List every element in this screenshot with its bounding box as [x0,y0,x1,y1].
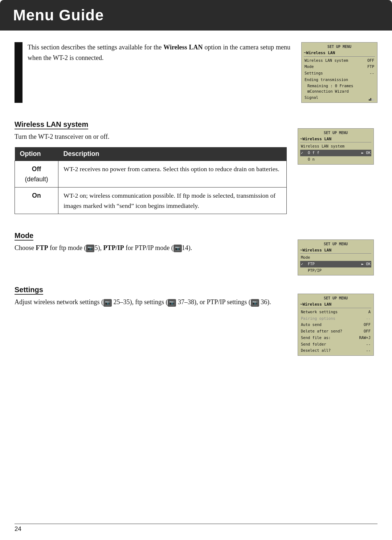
signal-bars [369,95,374,101]
settings-icon3: 📷 [251,299,259,307]
screen4-row-6: Deselect all?-- [300,347,371,354]
table-row: On WT-2 on; wireless communication possi… [15,187,287,214]
settings-icon1: 📷 [103,299,112,307]
mode-heading: Mode [15,231,33,241]
screen3-row-ptpip: PTP/IP [300,267,371,274]
camera-screen-3: SET UP MENU ~Wireless LAN Mode ✓ FTP ► O… [298,239,374,276]
intro-paragraph: This section describes the settings avai… [28,42,290,103]
settings-left: Settings Adjust wireless network setting… [15,279,287,356]
screen1-signal: Signal [304,94,375,101]
screen1-row-3: Ending transmission [304,77,375,83]
col2-header: Description [58,147,287,161]
screen4-row-5: Send folder-- [300,341,371,348]
screen4-section: ~Wireless LAN [300,302,371,308]
settings-text-2: ), ftp settings ( [130,298,168,306]
screen4-row-4: Send file as:RAW+J [300,335,371,341]
settings-ref3: 36 [261,298,267,306]
settings-text-3: ), or PTP/IP settings ( [194,298,251,306]
black-bar-decoration [15,42,23,103]
page-bottom-line [15,524,377,524]
screen1-remaining: Remaining : 0 Frames [304,83,375,89]
wireless-lan-section: Wireless LAN system Turn the WT-2 transc… [15,114,377,221]
screen4-row-0: Network settingsA [300,309,371,315]
settings-ref1: 25–35 [113,298,130,306]
camera-screen-3-wrapper: SET UP MENU ~Wireless LAN Mode ✓ FTP ► O… [298,225,377,276]
screen4-row-2: Auto sendOFF [300,322,371,328]
mode-text-5: ). [188,244,192,251]
screen3-title: SET UP MENU [300,241,371,247]
camera-screen-2: SET UP MENU ~Wireless LAN Wireless LAN s… [298,128,374,165]
screen1-connection-wizard: ⊠Connection Wizard [304,89,375,94]
intro-text-before-bold: This section describes the settings avai… [28,44,163,51]
screen3-row-ftp: ✓ FTP ► OK [300,261,371,267]
desc-on: WT-2 on; wireless communication possible… [58,187,287,214]
screen4-row-3: Delete after send?OFF [300,328,371,335]
screen3-section: ~Wireless LAN [300,247,371,254]
option-on: On [15,187,58,214]
screen1-section: ~Wireless LAN [304,50,375,57]
mode-ftp-icon: 📷 [86,245,94,252]
screen2-title: SET UP MENU [300,130,371,136]
mode-ptpip-icon: 📷 [173,245,182,252]
screen1-row-1: ModeFTP [304,64,375,70]
screen2-row-on: O n [300,156,371,163]
page-header: Menu Guide [0,0,392,31]
settings-heading: Settings [15,286,43,295]
camera-screen-1: SET UP MENU ~Wireless LAN Wireless LAN s… [301,42,377,103]
settings-text-4: ). [267,298,271,306]
camera-screen-4: SET UP MENU ~Wireless LAN Network settin… [298,294,374,356]
screen2-section: ~Wireless LAN [300,136,371,143]
mode-ptpip-page: 14 [182,244,188,251]
settings-icon2: 📷 [168,299,176,307]
options-table: Option Description Off(default) WT-2 rec… [15,147,287,214]
wireless-lan-heading: Wireless LAN system [15,120,88,129]
intro-bold-text: Wireless LAN [163,44,203,51]
page-number: 24 [15,525,21,533]
screen4-row-1: Pairing options-- [300,315,371,322]
screen1-title: SET UP MENU [304,44,375,49]
wireless-lan-desc: Turn the WT-2 transceiver on or off. [15,132,287,142]
screen2-row-off: ✓ O f f ► OK [300,150,371,156]
settings-section: Settings Adjust wireless network setting… [15,279,377,356]
mode-left: Mode Choose FTP for ftp mode (📷5), PTP/I… [15,225,287,276]
settings-desc: Adjust wireless network settings (📷 25–3… [15,297,287,307]
mode-desc: Choose FTP for ftp mode (📷5), PTP/IP for… [15,243,287,253]
desc-off: WT-2 receives no power from camera. Sele… [58,161,287,187]
intro-text-area: This section describes the settings avai… [15,42,290,103]
screen1-row-0: Wireless LAN systemOFF [304,57,375,64]
screen3-subsection: Mode [300,254,371,261]
screen4-title: SET UP MENU [300,295,371,301]
mode-section: Mode Choose FTP for ftp mode (📷5), PTP/I… [15,225,377,276]
mode-ftp-bold: FTP [36,244,48,251]
settings-ref2: 37–38 [178,298,194,306]
option-off: Off(default) [15,161,58,187]
mode-text-1: Choose [15,244,36,251]
screen1-row-2: Settings-- [304,70,375,77]
table-row: Off(default) WT-2 receives no power from… [15,161,287,187]
col1-header: Option [15,147,58,161]
camera-screen-1-wrapper: SET UP MENU ~Wireless LAN Wireless LAN s… [301,42,377,103]
camera-screen-4-wrapper: SET UP MENU ~Wireless LAN Network settin… [298,279,377,356]
wireless-lan-left: Wireless LAN system Turn the WT-2 transc… [15,114,287,221]
settings-text-1: Adjust wireless network settings ( [15,298,103,306]
mode-text-4: for PTP/IP mode ( [124,244,173,251]
mode-text-3: ), [98,244,103,251]
intro-section: This section describes the settings avai… [15,42,377,103]
mode-ptpip-bold: PTP/IP [103,244,124,251]
screen2-subsection: Wireless LAN system [300,143,371,150]
camera-screen-2-wrapper: SET UP MENU ~Wireless LAN Wireless LAN s… [298,114,377,221]
mode-text-2: for ftp mode ( [48,244,86,251]
page-title: Menu Guide [13,7,379,24]
